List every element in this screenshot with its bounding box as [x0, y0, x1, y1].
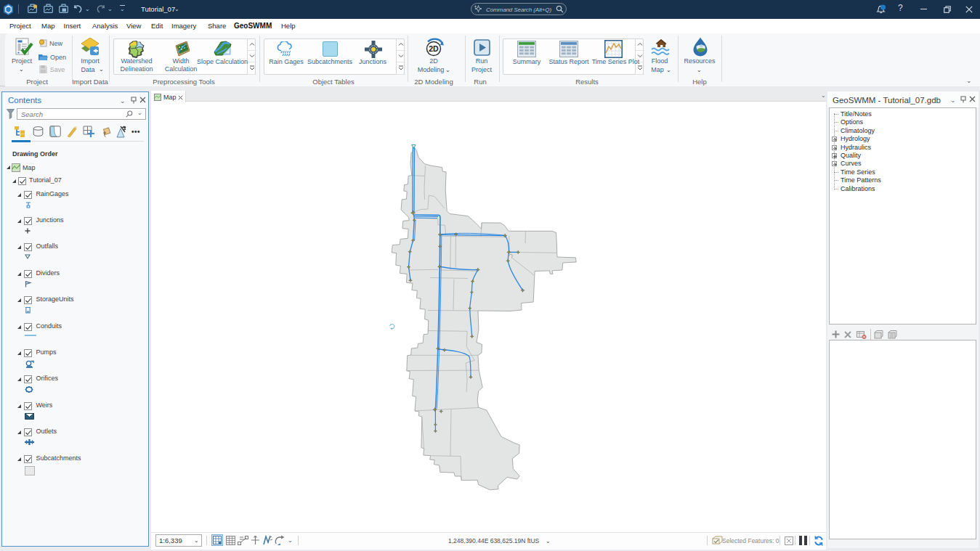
svg-text:2D: 2D [429, 44, 439, 53]
